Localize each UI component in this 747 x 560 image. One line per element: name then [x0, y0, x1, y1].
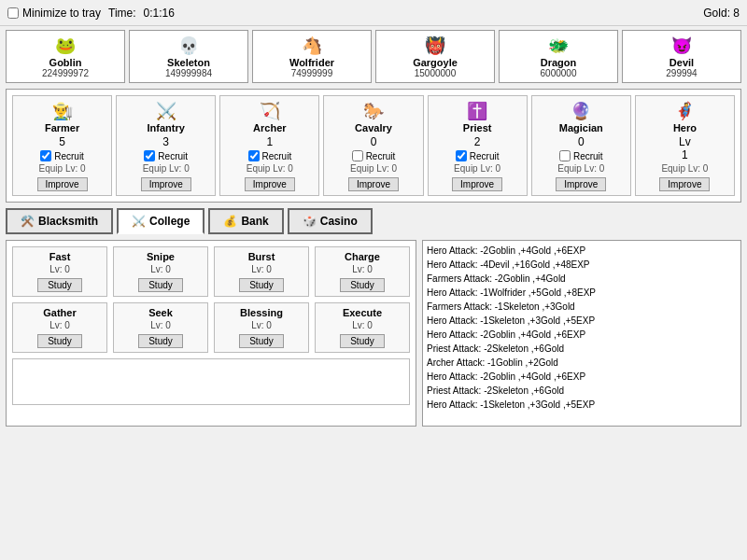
improve-button[interactable]: Improve [245, 177, 295, 191]
monster-count: 15000000 [378, 68, 492, 78]
skill-card-blessing: Blessing Lv: 0 Study [214, 302, 309, 353]
unit-recruit[interactable]: Recruit [326, 150, 420, 161]
building-tab-bank[interactable]: 💰 Bank [208, 208, 283, 234]
improve-button[interactable]: Improve [348, 177, 399, 191]
recruit-label: Recruit [366, 151, 396, 161]
monster-count: 74999999 [255, 68, 369, 78]
monster-name: Devil [625, 57, 739, 68]
log-panel: Hero Attack: -2Goblin ,+4Gold ,+6EXPHero… [422, 240, 741, 427]
skill-lv: Lv: 0 [217, 264, 306, 274]
unit-card-cavalry: 🐎 Cavalry 0 Recruit Equip Lv: 0 Improve [323, 95, 423, 196]
monster-count: 224999972 [8, 68, 122, 78]
study-button[interactable]: Study [37, 334, 82, 348]
monster-count: 149999984 [132, 68, 246, 78]
unit-name: Priest [430, 122, 525, 133]
unit-section: 👨‍🌾 Farmer 5 Recruit Equip Lv: 0 Improve… [6, 89, 741, 203]
unit-name: Farmer [15, 122, 109, 133]
study-button[interactable]: Study [138, 278, 183, 292]
unit-name: Cavalry [326, 122, 420, 133]
bottom-section: Fast Lv: 0 Study Snipe Lv: 0 Study Burst… [6, 240, 741, 427]
building-tab-casino[interactable]: 🎲 Casino [288, 208, 373, 234]
unit-card-infantry: ⚔️ Infantry 3 Recruit Equip Lv: 0 Improv… [116, 95, 216, 196]
skill-card-seek: Seek Lv: 0 Study [113, 302, 208, 353]
recruit-label: Recruit [470, 151, 500, 161]
unit-equip-lv: Equip Lv: 0 [430, 163, 525, 174]
building-tab-college[interactable]: ⚔️ College [117, 208, 204, 234]
monster-card-wolfrider: 🐴 Wolfrider 74999999 [252, 30, 372, 83]
study-button[interactable]: Study [340, 278, 385, 292]
study-button[interactable]: Study [239, 334, 284, 348]
skill-name: Charge [317, 251, 407, 262]
skill-name: Blessing [217, 307, 306, 318]
blacksmith-icon: ⚒️ [21, 215, 35, 228]
unit-count: 0 [326, 135, 420, 148]
unit-equip-lv: Equip Lv: 0 [326, 163, 420, 174]
college-label: College [149, 215, 190, 228]
improve-button[interactable]: Improve [556, 177, 606, 191]
unit-equip-lv: Equip Lv: 0 [638, 163, 732, 174]
monster-name: Dragon [501, 57, 615, 68]
unit-recruit[interactable]: Recruit [119, 150, 213, 161]
unit-recruit[interactable]: Recruit [534, 150, 628, 161]
unit-icon: 👨‍🌾 [15, 100, 109, 122]
notes-area [12, 358, 410, 405]
monster-icon: 👹 [378, 35, 492, 57]
monster-name: Goblin [8, 57, 122, 68]
study-button[interactable]: Study [37, 278, 82, 292]
log-entry: Hero Attack: -1Wolfrider ,+5Gold ,+8EXP [427, 287, 737, 300]
log-entry: Farmers Attack: -2Goblin ,+4Gold [427, 273, 737, 286]
skill-name: Execute [317, 307, 407, 318]
study-button[interactable]: Study [340, 334, 385, 348]
skills-panel: Fast Lv: 0 Study Snipe Lv: 0 Study Burst… [6, 240, 416, 427]
unit-name: Archer [222, 122, 317, 133]
study-button[interactable]: Study [138, 334, 183, 348]
unit-card-archer: 🏹 Archer 1 Recruit Equip Lv: 0 Improve [219, 95, 319, 196]
improve-button[interactable]: Improve [659, 177, 710, 191]
recruit-checkbox[interactable] [248, 150, 260, 161]
skill-name: Seek [116, 307, 205, 318]
recruit-checkbox[interactable] [559, 150, 571, 161]
unit-recruit[interactable]: Recruit [15, 150, 109, 161]
gold-label: Gold: [703, 7, 730, 20]
unit-count: 3 [119, 135, 213, 148]
monster-card-goblin: 🐸 Goblin 224999972 [6, 30, 125, 83]
skill-name: Fast [15, 251, 105, 262]
skill-card-burst: Burst Lv: 0 Study [214, 246, 309, 297]
recruit-label: Recruit [573, 151, 603, 161]
unit-recruit[interactable]: Recruit [430, 150, 525, 161]
log-entry: Priest Attack: -2Skeleton ,+6Gold [427, 343, 737, 356]
recruit-label: Recruit [54, 151, 84, 161]
skill-lv: Lv: 0 [15, 264, 105, 274]
improve-button[interactable]: Improve [141, 177, 191, 191]
casino-label: Casino [320, 215, 358, 228]
skill-lv: Lv: 0 [317, 264, 407, 274]
monster-count: 6000000 [501, 68, 615, 78]
unit-count: 1 [222, 135, 317, 148]
building-tab-blacksmith[interactable]: ⚒️ Blacksmith [6, 208, 113, 234]
skill-lv: Lv: 0 [217, 320, 306, 330]
monster-icon: 🐸 [8, 35, 122, 57]
unit-recruit[interactable]: Recruit [222, 150, 317, 161]
casino-icon: 🎲 [303, 215, 317, 228]
study-button[interactable]: Study [239, 278, 284, 292]
unit-icon: 🏹 [222, 100, 317, 122]
monster-card-devil: 😈 Devil 299994 [622, 30, 741, 83]
unit-count: 2 [430, 135, 525, 148]
recruit-checkbox[interactable] [144, 150, 155, 161]
minimize-checkbox[interactable]: Minimize to tray [7, 7, 101, 20]
log-entry: Archer Attack: -1Goblin ,+2Gold [427, 357, 737, 370]
recruit-checkbox[interactable] [352, 150, 363, 161]
minimize-checkbox-input[interactable] [7, 7, 19, 19]
unit-name: Infantry [119, 122, 213, 133]
recruit-checkbox[interactable] [40, 150, 51, 161]
monster-card-gargoyle: 👹 Gargoyle 15000000 [375, 30, 495, 83]
building-row: ⚒️ Blacksmith ⚔️ College 💰 Bank 🎲 Casino [6, 208, 741, 234]
skill-lv: Lv: 0 [15, 320, 105, 330]
unit-icon: 🦸 [638, 100, 732, 122]
minimize-label: Minimize to tray [22, 7, 101, 20]
log-entry: Hero Attack: -2Goblin ,+4Gold ,+6EXP [427, 371, 737, 384]
improve-button[interactable]: Improve [37, 177, 88, 191]
recruit-checkbox[interactable] [456, 150, 467, 161]
monster-icon: 🐲 [501, 35, 615, 57]
improve-button[interactable]: Improve [452, 177, 502, 191]
